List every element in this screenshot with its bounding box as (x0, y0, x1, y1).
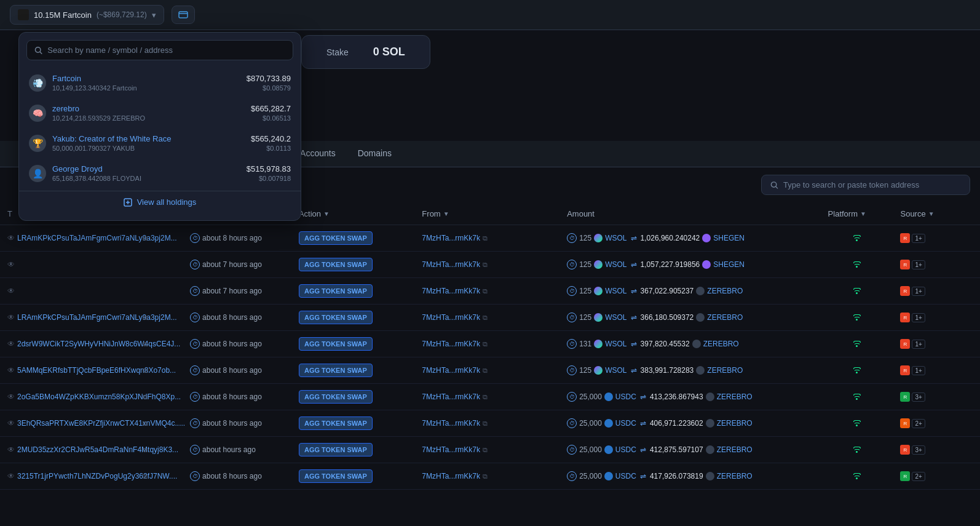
copy-from-icon[interactable]: ⧉ (483, 234, 488, 242)
copy-from-icon[interactable]: ⧉ (483, 393, 488, 401)
token-in: USDC (615, 419, 636, 428)
list-item[interactable]: 🏆 Yakub: Creator of the White Race 50,00… (19, 128, 301, 158)
token-out: ZEREBRO (707, 313, 743, 322)
tx-cell: 👁 3EhQRsaPRTXwE8KPrZfjiXnwCTX41xnVMQ4c..… (0, 410, 183, 437)
from-cell: 7MzHTa...rmKk7k ⧉ (414, 384, 559, 410)
eye-icon[interactable]: 👁 (7, 472, 15, 480)
amount-in: 125 (579, 260, 591, 269)
copy-from-icon[interactable]: ⧉ (483, 446, 488, 454)
table-row: 👁 5AMMqEKRfsbTTjQcbFBpeE6fHXwqn8Xo7ob...… (0, 357, 980, 384)
eye-icon[interactable]: 👁 (7, 445, 15, 454)
amount-timer-icon: ⏱ (567, 445, 577, 455)
search-box[interactable] (26, 40, 293, 60)
amount-out: 413,236.867943 (650, 393, 703, 401)
action-badge: AGG TOKEN SWAP (299, 364, 373, 377)
amount-in: 25,000 (579, 393, 602, 401)
time-cell: ⏱ about 8 hours ago (183, 331, 291, 357)
holding-usd: $565,240.2 (251, 134, 291, 143)
copy-icon[interactable]: ⧉ (143, 367, 148, 375)
chevron-down-icon: ▾ (152, 10, 156, 20)
eye-icon[interactable]: 👁 (7, 419, 15, 428)
table-row: 👁 3215Tr1jrPYwcth7LhNZDvPogUg2y362fJ7NW.… (0, 463, 980, 490)
eye-icon[interactable]: 👁 (7, 234, 15, 242)
token-search-wrapper[interactable] (761, 175, 970, 195)
fartcoin-icon: 💨 (29, 74, 46, 92)
list-item[interactable]: 🧠 zerebro 10,214,218.593529 ZEREBRO $665… (19, 98, 301, 128)
eye-icon[interactable]: 👁 (7, 366, 15, 375)
amount-out: 406,971.223602 (650, 419, 703, 428)
platform-cell (821, 384, 893, 410)
holding-price: $0.007918 (247, 175, 291, 182)
wallet-selector[interactable]: 10.15M Fartcoin (~$869,729.12) ▾ (10, 5, 164, 25)
from-cell: 7MzHTa...rmKk7k ⧉ (414, 331, 559, 357)
source-filter-icon[interactable]: ▼ (928, 210, 935, 217)
list-item[interactable]: 💨 Fartcoin 10,149,123.340342 Fartcoin $8… (19, 68, 301, 98)
from-cell: 7MzHTa...rmKk7k ⧉ (414, 437, 559, 463)
copy-icon[interactable]: ⧉ (143, 340, 148, 348)
time-cell: ⏱ about 8 hours ago (183, 305, 291, 331)
copy-icon[interactable]: ⧉ (143, 314, 148, 322)
copy-from-icon[interactable]: ⧉ (483, 287, 488, 295)
tab-domains[interactable]: Domains (348, 141, 401, 167)
time-text: about 7 hours ago (202, 287, 262, 295)
swap-arrow-icon: ⇌ (631, 313, 637, 322)
tx-hash: 2MUD35zzXr2CRJwR5a4DmRaNnF4Mtqyj8K3... (17, 445, 140, 454)
eye-icon[interactable]: 👁 (7, 393, 15, 401)
tx-cell: 👁 3215Tr1jrPYwcth7LhNZDvPogUg2y362fJ7NW.… (0, 463, 183, 490)
swap-arrow-icon: ⇌ (640, 393, 646, 401)
amount-in: 125 (579, 287, 591, 295)
copy-icon[interactable]: ⧉ (143, 420, 148, 428)
from-cell: 7MzHTa...rmKk7k ⧉ (414, 410, 559, 437)
stake-card: Stake 0 SOL (301, 35, 430, 69)
eye-icon[interactable]: 👁 (7, 260, 15, 269)
time-text: about 8 hours ago (202, 340, 262, 348)
th-platform[interactable]: Platform ▼ (821, 202, 893, 225)
amount-cell: ⏱ 25,000 USDC ⇌ 413,236.867943 ZEREBRO (559, 384, 820, 410)
holding-usd: $665,282.7 (251, 104, 291, 113)
copy-from-icon[interactable]: ⧉ (483, 420, 488, 428)
from-cell: 7MzHTa...rmKk7k ⧉ (414, 463, 559, 490)
source-badge: R 1+ (900, 260, 925, 269)
copy-from-icon[interactable]: ⧉ (483, 367, 488, 375)
source-cell: R 1+ (893, 305, 980, 331)
amount-cell: ⏱ 125 WSOL ⇌ 1,057,227.919856 SHEGEN (559, 252, 820, 278)
action-header-label: Action (299, 209, 321, 218)
source-badge: R 1+ (900, 365, 925, 375)
eye-icon[interactable]: 👁 (7, 287, 15, 295)
copy-from-icon[interactable]: ⧉ (483, 261, 488, 269)
token-search-input[interactable] (783, 180, 961, 189)
copy-from-icon[interactable]: ⧉ (483, 314, 488, 322)
copy-icon[interactable]: ⧉ (143, 393, 148, 401)
list-item[interactable]: 👤 George Droyd 65,168,378.442088 FLOYDAI… (19, 158, 301, 188)
swap-arrow-icon: ⇌ (631, 366, 637, 375)
search-input[interactable] (47, 46, 285, 55)
action-filter-icon[interactable]: ▼ (323, 210, 330, 217)
eye-icon[interactable]: 👁 (7, 313, 15, 322)
copy-from-icon[interactable]: ⧉ (483, 472, 488, 480)
action-cell: AGG TOKEN SWAP (291, 225, 414, 252)
stake-label: Stake (326, 47, 349, 57)
from-cell: 7MzHTa...rmKk7k ⧉ (414, 278, 559, 305)
token-out: SHEGEN (713, 234, 745, 242)
from-address: 7MzHTa...rmKk7k (422, 287, 480, 295)
holding-amount: 10,214,218.593529 ZEREBRO (52, 114, 245, 122)
holding-name: Fartcoin (52, 74, 240, 83)
th-from[interactable]: From ▼ (414, 202, 559, 225)
time-cell: ⏱ about 8 hours ago (183, 410, 291, 437)
eye-icon[interactable]: 👁 (7, 340, 15, 348)
amount-timer-icon: ⏱ (567, 313, 577, 322)
svg-rect-0 (179, 12, 188, 18)
wallet-action-button[interactable] (172, 6, 195, 24)
view-all-holdings-button[interactable]: View all holdings (19, 191, 301, 213)
from-filter-icon[interactable]: ▼ (443, 210, 449, 217)
from-cell: 7MzHTa...rmKk7k ⧉ (414, 225, 559, 252)
copy-from-icon[interactable]: ⧉ (483, 340, 488, 348)
copy-icon[interactable]: ⧉ (143, 472, 148, 480)
th-source[interactable]: Source ▼ (893, 202, 980, 225)
copy-icon[interactable]: ⧉ (143, 234, 148, 242)
copy-icon[interactable]: ⧉ (143, 446, 148, 454)
swap-arrow-icon: ⇌ (631, 287, 637, 295)
platform-filter-icon[interactable]: ▼ (860, 210, 866, 217)
amount-out: 383,991.728283 (641, 366, 694, 375)
th-action[interactable]: Action ▼ (291, 202, 414, 225)
